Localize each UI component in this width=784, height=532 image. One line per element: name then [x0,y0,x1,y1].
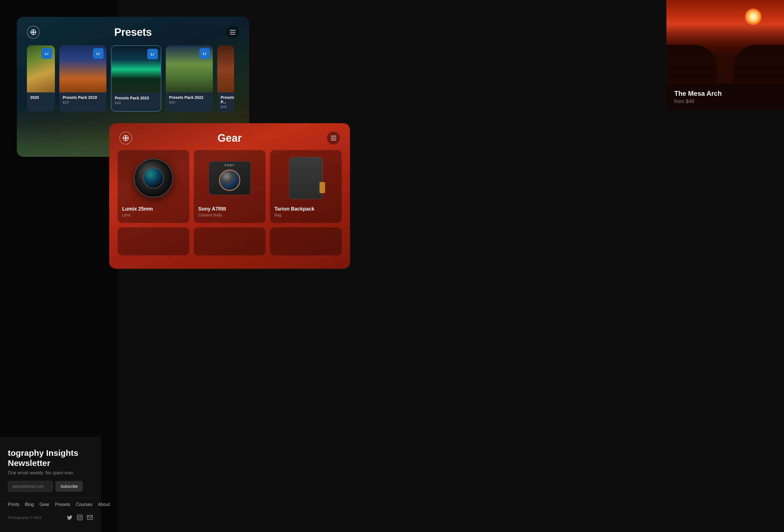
preset-card-image [217,45,234,92]
lr-badge: Lr [93,48,104,59]
preset-card-price: $29 [63,100,103,105]
gear-card-small-2[interactable] [194,227,265,255]
preset-card-name: Presets Pack 2023 [115,96,157,100]
svg-point-2 [78,516,81,519]
nav-item-courses[interactable]: Courses [76,502,93,507]
gear-card-name: Sony A7RIII [198,206,261,212]
camera-visual [208,161,251,195]
presets-menu-button[interactable] [226,26,239,39]
nav-item-presets[interactable]: Presets [55,502,70,507]
preset-card-image: Lr [59,45,106,92]
preset-card-extra[interactable]: Presets P... $49 [217,45,234,112]
presets-cards-row: Lr 2020 Lr Presets Pack 2019 $29 Lr Pres… [17,45,249,112]
gear-card-lumix[interactable]: Lumix 25mm Lens [118,150,189,223]
hamburger-icon [331,138,336,138]
footer-bottom: Photography © 2023 [0,511,101,523]
gear-cards-row: Lumix 25mm Lens Sony A7RIII Camera Body … [109,150,350,223]
lr-badge: Lr [147,49,158,59]
newsletter-title: tography Insights Newsletter [8,448,93,468]
newsletter-subtitle: One email weekly. No spam ever. [8,470,93,475]
mesa-arch-price: from $49 [674,99,776,105]
gear-card-info: Lumix 25mm Lens [118,206,189,217]
nav-item-blog[interactable]: Blog [25,502,34,507]
preset-card-2023[interactable]: Lr Presets Pack 2023 $49 [111,45,161,112]
gear-menu-button[interactable] [327,132,340,144]
email-icon[interactable] [87,514,93,521]
preset-card-2020[interactable]: Lr 2020 [27,45,55,112]
footer-nav: Prints Blog Gear Presets Courses About [0,497,101,511]
gear-card-tarion[interactable]: Tarion Backpack Bag [270,150,342,223]
lens-image [118,150,189,206]
presets-header: Presets [17,17,249,45]
lr-badge: Lr [41,48,52,59]
gear-card-small-3[interactable] [270,227,342,255]
preset-card-price: $49 [115,101,157,105]
camera-image [194,150,265,206]
gear-card-type: Lens [122,213,185,217]
svg-point-3 [81,516,82,516]
preset-card-2019[interactable]: Lr Presets Pack 2019 $29 [59,45,106,112]
social-icons [67,514,93,521]
svg-rect-1 [77,515,82,520]
preset-card-name: 2020 [30,95,52,100]
mesa-arch-panel[interactable]: The Mesa Arch from $49 [666,0,784,112]
preset-card-info: Presets Pack 2023 $49 [111,93,161,108]
hamburger-icon [230,32,235,32]
nav-item-prints[interactable]: Prints [8,502,19,507]
gear-card-name: Tarion Backpack [274,206,337,212]
preset-card-image: Lr [111,46,161,93]
gear-card-type: Camera Body [198,213,261,217]
gear-card-info: Sony A7RIII Camera Body [194,206,265,217]
twitter-icon[interactable] [67,514,73,521]
preset-card-info: 2020 [27,92,55,103]
presets-logo[interactable] [27,26,40,39]
preset-card-name: Presets Pack 2019 [63,95,103,100]
gear-cards-row2 [109,223,350,255]
preset-card-price: $49 [169,100,209,105]
mesa-arch-info: The Mesa Arch from $49 [666,84,784,110]
gear-header: Gear [109,123,350,150]
preset-card-info: Presets Pack 2019 $29 [59,92,106,107]
preset-card-name: Presets Pack 2022 [169,95,209,100]
gear-card-small-1[interactable] [118,227,189,255]
preset-card-image: Lr [166,45,213,92]
lens-visual [134,159,173,198]
prints-footer-panel: tography Insights Newsletter One email w… [0,437,101,532]
newsletter-form: Subscribe [8,481,93,492]
gear-panel: Gear Lumix 25mm Lens Sony A7RIII Camera … [109,123,350,269]
backpack-visual [289,157,323,199]
preset-card-price: $49 [221,105,231,109]
gear-card-name: Lumix 25mm [122,206,185,212]
preset-card-image: Lr [27,45,55,92]
mesa-arch-title: The Mesa Arch [674,90,776,97]
gear-logo[interactable] [119,132,132,144]
gear-card-type: Bag [274,213,337,217]
gear-card-info: Tarion Backpack Bag [270,206,342,217]
email-input[interactable] [8,481,53,492]
lr-badge: Lr [199,48,210,59]
gear-card-sony[interactable]: Sony A7RIII Camera Body [194,150,265,223]
presets-title: Presets [114,26,152,38]
newsletter-section: tography Insights Newsletter One email w… [0,437,101,497]
nav-item-about[interactable]: About [98,502,110,507]
arch-rock-silhouette [666,22,784,84]
mesa-arch-image [666,0,784,84]
preset-card-2022[interactable]: Lr Presets Pack 2022 $49 [166,45,213,112]
backpack-image [270,150,342,206]
preset-card-info: Presets Pack 2022 $49 [166,92,213,107]
subscribe-button[interactable]: Subscribe [55,481,83,492]
gear-title: Gear [218,132,242,144]
nav-item-gear[interactable]: Gear [39,502,50,507]
instagram-icon[interactable] [77,514,83,521]
preset-card-info: Presets P... $49 [217,92,234,112]
copyright: Photography © 2023 [8,515,41,520]
preset-card-name: Presets P... [221,95,231,104]
